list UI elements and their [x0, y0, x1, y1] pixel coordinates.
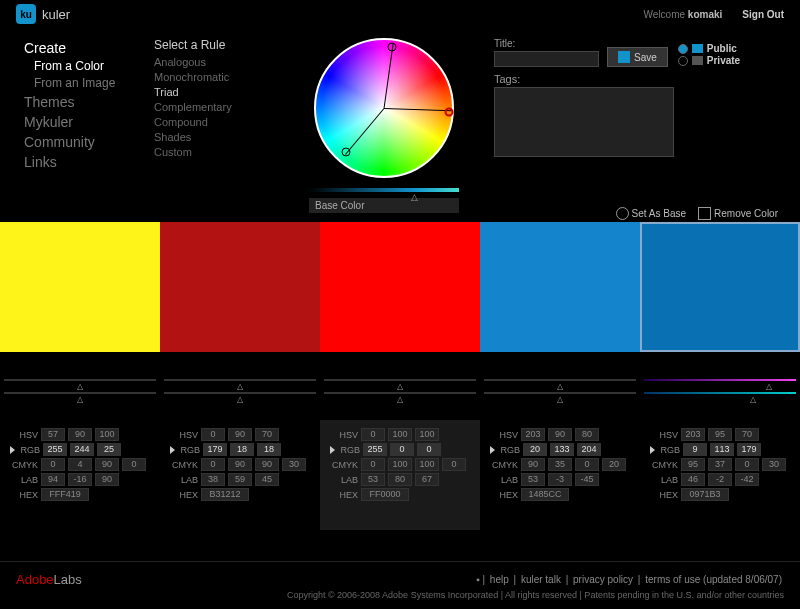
- lab-b[interactable]: 67: [415, 473, 439, 486]
- lab-a[interactable]: -2: [708, 473, 732, 486]
- cmyk-m[interactable]: 37: [708, 458, 732, 471]
- slider-bar[interactable]: △: [164, 392, 316, 394]
- hsv-s[interactable]: 90: [68, 428, 92, 441]
- lab-l[interactable]: 38: [201, 473, 225, 486]
- slider-bar[interactable]: △: [164, 379, 316, 381]
- cmyk-c[interactable]: 0: [41, 458, 65, 471]
- nav-themes[interactable]: Themes: [24, 92, 154, 112]
- nav-community[interactable]: Community: [24, 132, 154, 152]
- brightness-marker-icon[interactable]: △: [411, 192, 418, 202]
- cmyk-k[interactable]: 30: [762, 458, 786, 471]
- color-wheel[interactable]: [314, 38, 454, 178]
- hsv-h[interactable]: 0: [201, 428, 225, 441]
- tags-input[interactable]: [494, 87, 674, 157]
- lab-b[interactable]: -45: [575, 473, 599, 486]
- cmyk-c[interactable]: 0: [361, 458, 385, 471]
- nav-create[interactable]: Create: [24, 38, 154, 58]
- cmyk-m[interactable]: 35: [548, 458, 572, 471]
- hsv-v[interactable]: 70: [255, 428, 279, 441]
- rule-compound[interactable]: Compound: [154, 115, 274, 130]
- slider-bar[interactable]: △: [324, 379, 476, 381]
- lab-a[interactable]: 80: [388, 473, 412, 486]
- lab-b[interactable]: -42: [735, 473, 759, 486]
- swatch[interactable]: [0, 222, 160, 352]
- rgb-b[interactable]: 204: [577, 443, 601, 456]
- nav-links[interactable]: Links: [24, 152, 154, 172]
- hsv-h[interactable]: 203: [521, 428, 545, 441]
- wheel-handle[interactable]: [388, 42, 397, 51]
- footer-link[interactable]: kuler talk: [521, 574, 561, 585]
- rgb-g[interactable]: 0: [390, 443, 414, 456]
- slider-bar[interactable]: △: [484, 392, 636, 394]
- rgb-r[interactable]: 179: [203, 443, 227, 456]
- cmyk-c[interactable]: 0: [201, 458, 225, 471]
- footer-link[interactable]: terms of use (updated 8/06/07): [645, 574, 782, 585]
- lab-b[interactable]: 90: [95, 473, 119, 486]
- rule-triad[interactable]: Triad: [154, 85, 274, 100]
- rgb-g[interactable]: 133: [550, 443, 574, 456]
- cmyk-k[interactable]: 20: [602, 458, 626, 471]
- hsv-h[interactable]: 203: [681, 428, 705, 441]
- hsv-s[interactable]: 95: [708, 428, 732, 441]
- private-radio[interactable]: [678, 56, 688, 66]
- wheel-handle[interactable]: [445, 108, 454, 117]
- cmyk-m[interactable]: 4: [68, 458, 92, 471]
- wheel-handle[interactable]: [341, 147, 350, 156]
- rule-custom[interactable]: Custom: [154, 145, 274, 160]
- lab-b[interactable]: 45: [255, 473, 279, 486]
- hex-value[interactable]: 0971B3: [681, 488, 729, 501]
- swatch[interactable]: [480, 222, 640, 352]
- slider-bar[interactable]: △: [4, 392, 156, 394]
- cmyk-m[interactable]: 90: [228, 458, 252, 471]
- remove-color-button[interactable]: Remove Color: [698, 207, 778, 220]
- cmyk-m[interactable]: 100: [388, 458, 412, 471]
- slider-handle-icon[interactable]: △: [397, 382, 403, 391]
- slider-handle-icon[interactable]: △: [750, 395, 756, 404]
- hex-value[interactable]: FF0000: [361, 488, 409, 501]
- slider-handle-icon[interactable]: △: [557, 382, 563, 391]
- cmyk-y[interactable]: 90: [95, 458, 119, 471]
- cmyk-k[interactable]: 30: [282, 458, 306, 471]
- cmyk-c[interactable]: 90: [521, 458, 545, 471]
- hex-value[interactable]: B31212: [201, 488, 249, 501]
- rgb-b[interactable]: 179: [737, 443, 761, 456]
- rule-monochromatic[interactable]: Monochromatic: [154, 70, 274, 85]
- cmyk-c[interactable]: 95: [681, 458, 705, 471]
- cmyk-k[interactable]: 0: [122, 458, 146, 471]
- lab-l[interactable]: 53: [361, 473, 385, 486]
- lab-a[interactable]: 59: [228, 473, 252, 486]
- lab-a[interactable]: -3: [548, 473, 572, 486]
- slider-handle-icon[interactable]: △: [766, 382, 772, 391]
- slider-handle-icon[interactable]: △: [237, 395, 243, 404]
- hsv-v[interactable]: 100: [415, 428, 439, 441]
- hex-value[interactable]: FFF419: [41, 488, 89, 501]
- slider-bar[interactable]: △: [4, 379, 156, 381]
- nav-from-color[interactable]: From a Color: [24, 58, 154, 75]
- slider-handle-icon[interactable]: △: [77, 395, 83, 404]
- hsv-h[interactable]: 0: [361, 428, 385, 441]
- rgb-g[interactable]: 244: [70, 443, 94, 456]
- hsv-s[interactable]: 100: [388, 428, 412, 441]
- signout-link[interactable]: Sign Out: [742, 9, 784, 20]
- swatch[interactable]: [640, 222, 800, 352]
- rule-shades[interactable]: Shades: [154, 130, 274, 145]
- swatch[interactable]: [320, 222, 480, 352]
- nav-mykuler[interactable]: Mykuler: [24, 112, 154, 132]
- lab-l[interactable]: 94: [41, 473, 65, 486]
- rgb-r[interactable]: 20: [523, 443, 547, 456]
- hsv-h[interactable]: 57: [41, 428, 65, 441]
- brightness-slider[interactable]: △: [309, 188, 459, 192]
- rgb-r[interactable]: 255: [363, 443, 387, 456]
- rgb-g[interactable]: 113: [710, 443, 734, 456]
- rgb-r[interactable]: 255: [43, 443, 67, 456]
- rgb-b[interactable]: 18: [257, 443, 281, 456]
- rule-complementary[interactable]: Complementary: [154, 100, 274, 115]
- slider-bar[interactable]: △: [324, 392, 476, 394]
- cmyk-y[interactable]: 0: [735, 458, 759, 471]
- slider-handle-icon[interactable]: △: [397, 395, 403, 404]
- public-radio[interactable]: [678, 44, 688, 54]
- cmyk-k[interactable]: 0: [442, 458, 466, 471]
- rgb-g[interactable]: 18: [230, 443, 254, 456]
- swatch[interactable]: [160, 222, 320, 352]
- cmyk-y[interactable]: 90: [255, 458, 279, 471]
